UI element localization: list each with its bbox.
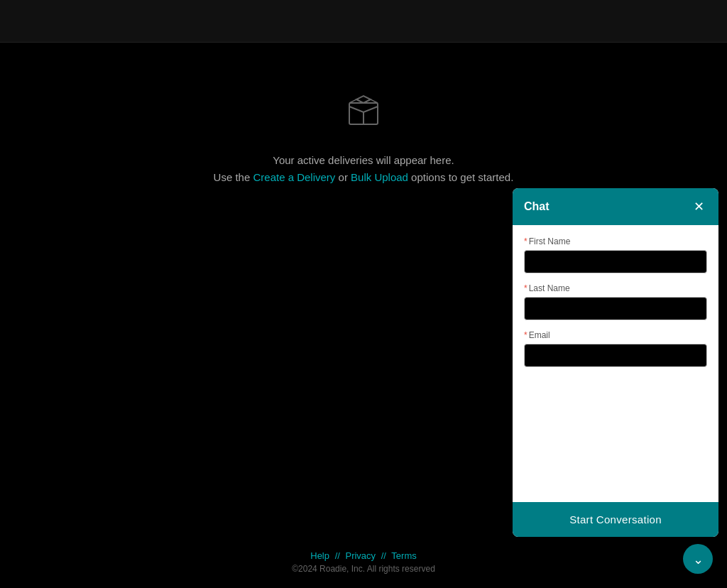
chat-body: *First Name *Last Name *Email <box>513 225 718 502</box>
top-nav <box>0 0 727 43</box>
email-input[interactable] <box>524 344 707 367</box>
separator-1: // <box>335 550 340 561</box>
chat-close-button[interactable]: ✕ <box>690 198 707 215</box>
footer: Help // Privacy // Terms ©2024 Roadie, I… <box>0 550 727 588</box>
last-name-input[interactable] <box>524 297 707 320</box>
chat-widget: Chat ✕ *First Name *Last Name *Email Sta… <box>513 188 718 537</box>
empty-line2-prefix: Use the <box>214 171 253 183</box>
chat-spacer <box>524 377 707 491</box>
first-name-group: *First Name <box>524 236 707 273</box>
box-svg-icon <box>339 85 388 135</box>
email-label: *Email <box>524 330 707 340</box>
empty-line2-suffix: options to get started. <box>408 171 513 183</box>
empty-state-icon <box>339 85 388 138</box>
chat-title: Chat <box>524 200 550 213</box>
scroll-down-fab[interactable]: ⌄ <box>683 544 713 574</box>
first-name-input[interactable] <box>524 250 707 273</box>
help-link[interactable]: Help <box>310 550 329 561</box>
email-group: *Email <box>524 330 707 367</box>
terms-link[interactable]: Terms <box>391 550 416 561</box>
bulk-upload-link[interactable]: Bulk Upload <box>351 171 408 183</box>
email-required: * <box>524 330 528 340</box>
footer-copyright: ©2024 Roadie, Inc. All rights reserved <box>0 564 727 574</box>
first-name-required: * <box>524 236 528 246</box>
first-name-label: *First Name <box>524 236 707 246</box>
empty-line2: Use the Create a Delivery or Bulk Upload… <box>214 169 514 186</box>
last-name-group: *Last Name <box>524 283 707 320</box>
chevron-down-icon: ⌄ <box>693 553 704 566</box>
main-content: Your active deliveries will appear here.… <box>0 43 727 186</box>
privacy-link[interactable]: Privacy <box>345 550 376 561</box>
chat-header: Chat ✕ <box>513 188 718 225</box>
start-conversation-button[interactable]: Start Conversation <box>513 502 718 537</box>
last-name-required: * <box>524 283 528 293</box>
create-delivery-link[interactable]: Create a Delivery <box>253 171 335 183</box>
separator-2: // <box>381 550 386 561</box>
footer-links: Help // Privacy // Terms <box>0 550 727 561</box>
last-name-label: *Last Name <box>524 283 707 293</box>
empty-line2-middle: or <box>335 171 351 183</box>
empty-line1: Your active deliveries will appear here. <box>214 152 514 169</box>
empty-state-message: Your active deliveries will appear here.… <box>214 152 514 186</box>
